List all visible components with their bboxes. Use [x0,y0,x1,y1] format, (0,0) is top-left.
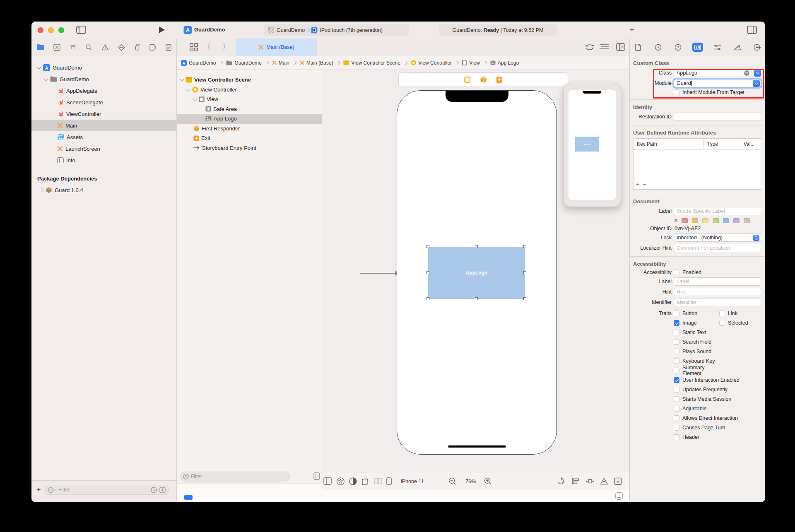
trait-header-checkbox[interactable] [674,434,679,440]
tab-main-base[interactable]: Main (Base) [236,39,317,56]
activity-status[interactable]: GuardDemo: Ready | Today at 9:52 PM [439,24,557,36]
accessibility-label-field[interactable]: Label [674,277,761,286]
accessibility-enabled-checkbox[interactable] [674,270,679,275]
color-swatch-blue[interactable] [723,218,729,223]
disclosure-triangle[interactable] [39,188,43,192]
hide-outline-icon[interactable] [313,472,320,480]
run-button[interactable] [157,26,166,34]
resize-handle[interactable] [475,297,478,300]
color-swatch-gray[interactable] [744,218,750,223]
outline-filter-field[interactable]: Filter [180,472,290,481]
disclosure-triangle[interactable] [193,96,197,101]
clear-color-icon[interactable]: ✕ [674,217,678,224]
outline-item-scene[interactable]: View Controller Scene [177,75,322,85]
outline-item-view[interactable]: View [177,94,322,104]
color-swatch-yellow[interactable] [702,218,708,223]
storyboard-canvas[interactable]: AppLogo AppLogo [322,70,629,473]
dock-viewcontroller-icon[interactable] [464,76,471,83]
resolve-autolayout-icon[interactable] [600,477,608,485]
outline-item-viewcontroller[interactable]: View Controller [177,85,322,95]
localizer-hint-field[interactable]: Comment For Localizer [674,244,761,252]
zoom-level-label[interactable]: 76% [465,479,476,484]
trait-selected-checkbox[interactable] [719,320,725,326]
attributes-inspector-icon[interactable] [692,43,703,52]
embed-icon[interactable] [614,477,622,485]
restoration-id-field[interactable] [674,113,761,121]
module-field[interactable]: Guard [674,79,761,87]
class-field[interactable]: AppLogo [674,69,752,77]
outline-item-applogo-selected[interactable]: App Logo [177,114,322,124]
editor-grid-icon[interactable] [189,43,198,52]
disclosure-triangle[interactable] [186,87,190,91]
disclosure-triangle[interactable] [179,77,184,82]
zoom-button[interactable] [58,27,64,33]
symbols-icon[interactable] [70,44,77,51]
orientation-icon[interactable] [361,477,369,485]
navigator-item-main-selected[interactable]: Main [31,120,176,131]
split-view-icon[interactable] [374,477,382,485]
trait-summaryelement-checkbox[interactable] [674,368,679,373]
breadcrumb-item[interactable]: View Controller [418,60,452,66]
minimize-button[interactable] [48,27,54,33]
add-editor-icon[interactable] [616,43,625,51]
add-attribute-button[interactable]: + [636,181,643,188]
runtime-attributes-table[interactable]: Key Path Type Val... +− [633,138,761,190]
resize-handle[interactable] [475,245,478,248]
breadcrumb-item[interactable]: GuardDemo [234,60,261,66]
active-scheme-indicator[interactable] [184,495,193,500]
navigator-item-info[interactable]: Info [31,154,176,166]
history-inspector-icon[interactable] [653,43,663,52]
accessibility-identifier-field[interactable]: Identifier [674,298,761,306]
navigator-filter-field[interactable]: Filter [45,485,169,495]
align-icon[interactable] [572,477,580,485]
color-swatch-orange[interactable] [692,218,698,223]
color-swatch-green[interactable] [713,218,719,223]
resize-handle[interactable] [426,271,429,274]
connections-inspector-icon[interactable] [752,43,763,52]
resize-handle[interactable] [426,297,429,300]
source-control-icon[interactable] [53,44,60,51]
trait-startsmedia-checkbox[interactable] [674,396,679,402]
file-inspector-icon[interactable] [633,43,643,52]
find-icon[interactable] [85,44,92,51]
size-inspector-icon[interactable] [712,43,723,52]
scheme-selector[interactable]: GuardDemo iPod touch (7th generation) [264,24,409,36]
ruler-icon[interactable] [732,43,743,52]
reports-icon[interactable] [166,44,171,51]
color-swatch-red[interactable] [682,218,688,223]
breadcrumb-item[interactable]: View [469,60,480,66]
device-bezels-icon[interactable] [615,492,623,500]
device-name-label[interactable]: iPhone 11 [401,479,424,484]
navigator-item-package-guard[interactable]: Guard 1.0.4 [31,184,176,196]
project-navigator-icon[interactable] [36,44,44,51]
minimap-device[interactable]: AppLogo [563,83,621,207]
close-button[interactable] [38,27,43,33]
breadcrumb-item[interactable]: Main [279,60,289,66]
breakpoints-icon[interactable] [149,44,157,51]
breadcrumb-item[interactable]: View Controller Scene [351,60,400,66]
color-swatch-purple[interactable] [733,218,740,223]
trait-searchfield-checkbox[interactable] [674,339,679,345]
issues-icon[interactable] [101,44,109,51]
document-label-field[interactable]: Xcode Specific Label [674,207,761,215]
remove-attribute-button[interactable]: − [643,181,649,188]
back-button[interactable]: ⟨ [207,42,210,51]
add-constraints-icon[interactable] [586,477,594,485]
navigator-item-scenedelegate[interactable]: SceneDelegate [31,96,176,108]
update-frames-icon[interactable] [557,477,565,485]
navigator-item-group[interactable]: GuardDemo [31,73,176,85]
breadcrumb-item[interactable]: GuardDemo [189,60,216,66]
resize-handle[interactable] [523,297,526,300]
navigator-item-assets[interactable]: Assets [31,131,176,143]
forward-button[interactable]: ⟩ [223,42,226,51]
editor-options-icon[interactable] [599,43,610,51]
outline-item-entrypoint[interactable]: Storyboard Entry Point [177,143,322,153]
toggle-left-sidebar-icon[interactable] [76,26,86,34]
navigator-item-appdelegate[interactable]: AppDelegate [31,85,176,96]
trait-userinteraction-checkbox[interactable] [674,377,679,383]
outline-item-firstresponder[interactable]: First Responder [177,124,322,134]
trait-playssound-checkbox[interactable] [674,349,679,354]
toggle-right-sidebar-icon[interactable] [747,26,757,34]
trait-link-checkbox[interactable] [719,311,725,316]
zoom-out-icon[interactable] [448,477,456,485]
